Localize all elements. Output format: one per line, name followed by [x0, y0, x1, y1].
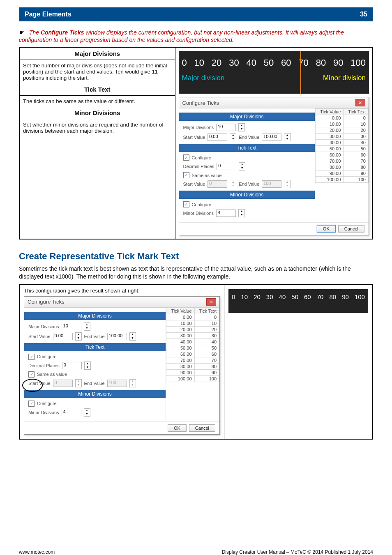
- gauge-number: 30: [229, 58, 239, 68]
- decimal-places-label: Decimal Places: [183, 164, 214, 169]
- tick-value-table: Tick ValueTick Text 0.000 10.0010 20.002…: [166, 308, 219, 382]
- spinner-icon[interactable]: ▲▼: [238, 123, 245, 131]
- table-row: 20.0020: [315, 127, 368, 134]
- configure-minor-label: Configure: [192, 202, 212, 207]
- note-lead: Configure Ticks: [41, 29, 84, 36]
- close-icon[interactable]: ✕: [206, 298, 216, 306]
- dialog-title: Configure Ticks: [28, 299, 65, 305]
- gauge-number: 80: [329, 293, 336, 300]
- table-row: 0.000: [315, 115, 368, 121]
- gauge-number: 80: [316, 58, 326, 68]
- gauge-number: 20: [254, 293, 261, 300]
- spinner-icon[interactable]: ▲▼: [238, 209, 245, 217]
- gauge-number: 10: [241, 293, 248, 300]
- configure-checkbox[interactable]: ✓: [183, 154, 189, 161]
- configure-minor-label: Configure: [37, 401, 57, 406]
- end-value-input[interactable]: 100.00: [262, 134, 281, 141]
- definitions-right-column: 0 10 20 30 40 50 60 70 80 90 100 Major d…: [175, 48, 372, 239]
- gauge-divider-line: [300, 51, 301, 94]
- dialog-title: Configure Ticks: [182, 100, 219, 106]
- definitions-left-column: Major Divisions Set the number of major …: [20, 48, 175, 239]
- spinner-icon[interactable]: ▲▼: [75, 332, 82, 341]
- table-row: 30.0030: [166, 332, 219, 339]
- decimal-places-input[interactable]: 0: [62, 362, 82, 369]
- tt-end-value-label: End Value: [239, 182, 259, 187]
- end-value-input[interactable]: 100.00: [107, 333, 127, 340]
- same-as-value-label: Same as value: [37, 372, 67, 377]
- cancel-button[interactable]: Cancel: [189, 424, 215, 432]
- table-row: 60.0060: [315, 152, 368, 158]
- page-footer: www.motec.com Display Creator User Manua…: [19, 549, 373, 555]
- configure-ticks-dialog-2: Configure Ticks ✕ Major Divisions Major …: [24, 296, 220, 435]
- table-row: 100.00100: [315, 177, 368, 183]
- gauge-major-label: Major division: [182, 74, 225, 82]
- major-divisions-input[interactable]: 10: [62, 323, 81, 330]
- start-value-label: Start Value: [28, 334, 51, 339]
- spinner-icon: ▲▼: [230, 180, 236, 188]
- gauge-number: 0: [232, 293, 235, 300]
- table-row: 80.0080: [315, 164, 368, 170]
- definitions-frame: Major Divisions Set the number of major …: [19, 47, 373, 240]
- gauge-number: 40: [279, 293, 286, 300]
- section-major: Major Divisions: [179, 113, 315, 121]
- minor-divisions-input[interactable]: 4: [216, 210, 236, 217]
- footer-right: Display Creator User Manual – MoTeC © 20…: [222, 549, 373, 555]
- table-row: 50.0050: [315, 146, 368, 152]
- spinner-icon[interactable]: ▲▼: [84, 322, 90, 331]
- spinner-icon[interactable]: ▲▼: [239, 162, 245, 170]
- footer-left: www.motec.com: [19, 549, 55, 555]
- minor-divisions-body: Set whether minor divisions are required…: [20, 119, 175, 206]
- configure-minor-checkbox[interactable]: ✓: [28, 401, 35, 407]
- tt-start-value-input: 0: [208, 180, 227, 188]
- configure-minor-checkbox[interactable]: ✓: [183, 201, 189, 207]
- spinner-icon[interactable]: ▲▼: [84, 408, 90, 417]
- col-tick-value: Tick Value: [315, 109, 343, 115]
- table-row: 100.00100: [166, 375, 219, 382]
- table-row: 40.0040: [315, 140, 368, 146]
- configure-label: Configure: [192, 155, 212, 160]
- same-as-value-label: Same as value: [192, 173, 222, 178]
- cancel-button[interactable]: Cancel: [338, 225, 364, 233]
- gauge-number: 50: [291, 293, 298, 300]
- gauge-number: 100: [350, 58, 366, 68]
- minor-divisions-label: Minor Divisions: [28, 410, 59, 415]
- table-row: 60.0060: [166, 351, 219, 357]
- section-major: Major Divisions: [24, 312, 166, 320]
- table-row: 30.0030: [315, 134, 368, 140]
- dialog-form: Major Divisions Major Divisions 10 ▲▼ St…: [24, 308, 166, 421]
- table-row: 70.0070: [315, 158, 368, 164]
- configure-checkbox[interactable]: ✓: [28, 354, 35, 360]
- spinner-icon: ▲▼: [75, 379, 82, 387]
- same-as-value-checkbox[interactable]: ✓: [183, 172, 189, 178]
- gauge-number: 20: [212, 58, 221, 68]
- start-value-input[interactable]: 0.00: [208, 134, 227, 141]
- spinner-icon[interactable]: ▲▼: [129, 332, 136, 341]
- minor-divisions-label: Minor Divisions: [183, 211, 214, 216]
- table-row: 70.0070: [166, 357, 219, 363]
- spinner-icon[interactable]: ▲▼: [230, 133, 236, 141]
- spinner-icon[interactable]: ▲▼: [284, 133, 291, 141]
- gauge-number: 90: [342, 293, 349, 300]
- major-divisions-label: Major Divisions: [28, 324, 59, 329]
- configure-label: Configure: [37, 354, 57, 359]
- section-paragraph: Sometimes the tick mark text is best sho…: [19, 265, 373, 280]
- same-as-value-checkbox[interactable]: ✓: [28, 371, 35, 378]
- dialog-titlebar: Configure Ticks ✕: [179, 97, 369, 108]
- gauge-number: 100: [355, 293, 365, 300]
- dialog-titlebar: Configure Ticks ✕: [24, 297, 219, 308]
- close-icon[interactable]: ✕: [355, 99, 365, 106]
- major-divisions-input[interactable]: 10: [216, 124, 236, 131]
- example-caption: This configuration gives the result show…: [20, 285, 224, 296]
- tt-start-value-label: Start Value: [183, 182, 205, 187]
- start-value-input[interactable]: 0.00: [53, 333, 73, 340]
- spinner-icon[interactable]: ▲▼: [84, 362, 91, 370]
- ok-button[interactable]: OK: [317, 225, 336, 233]
- section-tick-text: Tick Text: [179, 144, 315, 152]
- gauge-preview: 0 10 20 30 40 50 60 70 80 90 100 Major d…: [179, 51, 369, 94]
- config-note: ☛ The Configure Ticks window displays th…: [19, 29, 373, 44]
- decimal-places-input[interactable]: 0: [217, 163, 236, 170]
- minor-divisions-input[interactable]: 4: [62, 409, 81, 416]
- gauge-preview-2: 0 10 20 30 40 50 60 70 80 90 100: [228, 289, 368, 313]
- ok-button[interactable]: OK: [168, 424, 187, 432]
- end-value-label: End Value: [239, 135, 259, 140]
